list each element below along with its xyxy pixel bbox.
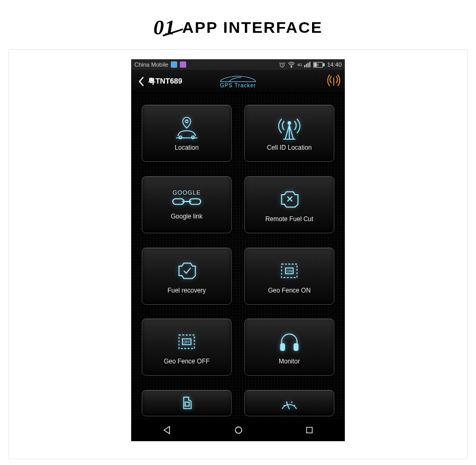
antenna-signal-icon	[327, 75, 341, 86]
cellular-icon	[304, 61, 311, 68]
svg-rect-18	[294, 344, 298, 351]
square-recent-icon	[305, 426, 314, 434]
status-bar: China Mobile 4G 14:40	[131, 59, 345, 70]
fence-on-icon: ON	[278, 258, 301, 284]
svg-text:OFF: OFF	[184, 340, 190, 344]
fence-off-icon: OFF	[175, 329, 198, 354]
tile-label: Fuel recovery	[168, 287, 206, 294]
back-button[interactable]	[135, 76, 147, 87]
tile-partial-right[interactable]	[244, 390, 334, 416]
app-logo: GPS Tracker	[218, 75, 258, 88]
location-car-icon	[172, 115, 201, 141]
unknown-icon	[179, 390, 195, 416]
tile-label: Geo Fence OFF	[164, 358, 210, 365]
svg-text:ON: ON	[287, 268, 292, 273]
tile-partial-left[interactable]	[142, 390, 232, 416]
svg-rect-3	[323, 63, 324, 66]
tile-monitor[interactable]: Monitor	[244, 318, 334, 376]
svg-point-1	[291, 67, 292, 68]
network-badge: 4G	[297, 63, 302, 67]
tile-geofence-off[interactable]: OFF Geo Fence OFF	[142, 318, 232, 376]
triangle-back-icon	[162, 425, 172, 435]
gauge-icon	[280, 390, 298, 416]
nav-home-button[interactable]	[223, 422, 254, 438]
app-bar: 粤TNT689 GPS Tracker	[131, 70, 345, 93]
svg-rect-4	[315, 63, 317, 66]
tile-location[interactable]: Location	[142, 105, 232, 162]
tile-cell-id[interactable]: Cell ID Location	[244, 105, 334, 162]
battery-icon	[313, 62, 325, 68]
fuel-ok-icon	[174, 258, 199, 284]
cell-tower-icon	[277, 115, 301, 141]
clock: 14:40	[327, 61, 342, 68]
notification-icon	[171, 61, 177, 68]
svg-point-8	[288, 122, 291, 124]
header-title: APP INTERFACE	[182, 19, 323, 36]
tile-geofence-on[interactable]: ON Geo Fence ON	[244, 248, 334, 305]
tile-fuel-cut[interactable]: Remote Fuel Cut	[244, 176, 334, 233]
tile-fuel-recovery[interactable]: Fuel recovery	[142, 248, 232, 305]
wifi-icon	[288, 61, 295, 68]
svg-point-5	[185, 120, 188, 123]
svg-rect-21	[307, 427, 313, 433]
android-nav-bar	[131, 419, 345, 441]
tile-label: Google link	[171, 213, 203, 220]
menu-grid: Location Cell ID Location GOOGLE	[131, 93, 345, 419]
page-header: 01 APP INTERFACE	[0, 0, 476, 49]
fuel-cut-icon	[277, 187, 302, 212]
tile-label: Location	[175, 144, 198, 151]
alarm-icon	[279, 61, 286, 68]
chevron-left-icon	[137, 76, 145, 87]
google-link-icon	[172, 194, 202, 209]
svg-rect-17	[281, 344, 285, 351]
carrier-label: China Mobile	[134, 61, 168, 68]
svg-rect-19	[185, 402, 189, 406]
tile-label: Remote Fuel Cut	[266, 215, 314, 223]
svg-point-20	[235, 427, 242, 433]
headphones-icon	[278, 329, 301, 354]
notification-icon	[180, 61, 186, 68]
circle-home-icon	[234, 425, 243, 435]
tile-label: Geo Fence ON	[268, 287, 311, 294]
nav-back-button[interactable]	[152, 422, 182, 438]
tile-google-link[interactable]: GOOGLE Google link	[142, 176, 232, 233]
signal-indicator	[327, 75, 341, 88]
product-card: China Mobile 4G 14:40 粤TNT689	[8, 49, 468, 459]
tile-label: Cell ID Location	[267, 144, 312, 151]
header-number: 01	[153, 15, 176, 40]
brand-label: GPS Tracker	[218, 83, 258, 88]
phone-frame: China Mobile 4G 14:40 粤TNT689	[131, 59, 345, 441]
tile-label: Monitor	[279, 358, 300, 365]
device-name: 粤TNT689	[148, 77, 182, 86]
nav-recent-button[interactable]	[295, 423, 324, 437]
